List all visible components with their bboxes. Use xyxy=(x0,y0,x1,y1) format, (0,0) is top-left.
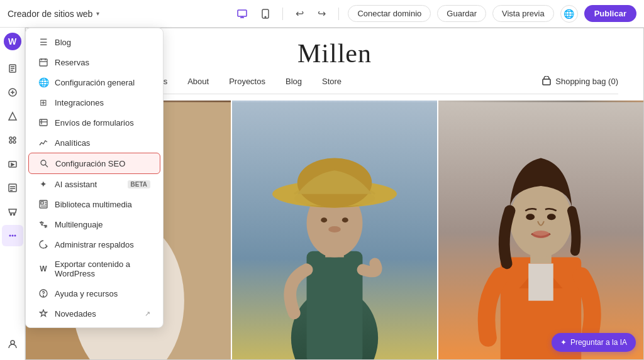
mobile-view-button[interactable] xyxy=(257,6,274,21)
menu-label-reservas: Reservas xyxy=(55,58,150,67)
menu-item-biblioteca[interactable]: Biblioteca multimedia xyxy=(28,194,160,214)
sidebar-icon-blog[interactable] xyxy=(2,177,23,199)
menu-item-multilenguaje[interactable]: Multilenguaje xyxy=(28,214,160,234)
svg-point-81 xyxy=(532,231,550,238)
svg-line-34 xyxy=(45,165,48,167)
config-icon: 🌐 xyxy=(38,77,48,87)
analiticas-icon xyxy=(38,138,48,148)
svg-point-41 xyxy=(43,296,44,297)
svg-point-23 xyxy=(11,235,13,237)
menu-label-multilenguaje: Multilenguaje xyxy=(55,220,150,229)
menu-label-analiticas: Analíticas xyxy=(55,138,150,148)
shopping-bag[interactable]: Shopping bag (0) xyxy=(541,76,618,86)
woman-figure-3 xyxy=(438,101,643,360)
novedades-icon xyxy=(38,308,48,319)
svg-rect-76 xyxy=(528,263,553,300)
sidebar-icon-store[interactable] xyxy=(2,201,23,222)
publish-button[interactable]: Publicar xyxy=(584,5,636,22)
sidebar-icon-apps[interactable] xyxy=(2,129,23,151)
svg-point-13 xyxy=(9,141,12,143)
beta-badge: BETA xyxy=(128,180,150,188)
svg-point-21 xyxy=(13,214,14,215)
menu-item-blog[interactable]: ☰ Blog xyxy=(28,32,160,52)
integraciones-icon: ⊞ xyxy=(38,97,48,107)
menu-item-ai[interactable]: ✦ AI assistant BETA xyxy=(28,174,160,194)
ai-sparkle-icon: ✦ xyxy=(560,338,567,347)
nav-proyectos[interactable]: Proyectos xyxy=(229,77,265,86)
menu-item-analiticas[interactable]: Analíticas xyxy=(28,133,160,153)
chevron-down-icon[interactable]: ▾ xyxy=(96,10,99,17)
menu-label-seo: Configuración SEO xyxy=(55,159,150,168)
menu-label-ai: AI assistant xyxy=(55,180,121,189)
ai-button-label: Preguntar a la IA xyxy=(570,338,627,347)
reservas-icon xyxy=(38,57,48,67)
envios-icon xyxy=(38,117,48,128)
menu-label-biblioteca: Biblioteca multimedia xyxy=(55,200,150,209)
menu-item-integraciones[interactable]: ⊞ Integraciones xyxy=(28,92,160,112)
respaldos-icon xyxy=(38,239,48,249)
menu-item-seo[interactable]: Configuración SEO xyxy=(28,153,160,174)
sidebar-icon-design[interactable] xyxy=(2,106,23,127)
menu-item-respaldos[interactable]: Administrar respaldos xyxy=(28,234,160,254)
sidebar-icon-pages[interactable] xyxy=(2,58,23,79)
svg-point-12 xyxy=(13,137,16,139)
wordpress-icon: W xyxy=(38,264,48,274)
menu-label-novedades: Novedades xyxy=(55,309,138,319)
svg-point-11 xyxy=(9,137,12,139)
menu-item-envios[interactable]: Envíos de formularios xyxy=(28,112,160,133)
nav-store[interactable]: Store xyxy=(322,77,341,86)
redo-button[interactable]: ↪ xyxy=(314,5,330,22)
svg-point-25 xyxy=(11,341,14,344)
svg-point-24 xyxy=(14,235,16,237)
svg-rect-0 xyxy=(238,10,247,16)
connect-domain-button[interactable]: Conectar dominio xyxy=(348,5,431,22)
ai-assistant-button[interactable]: ✦ Preguntar a la IA xyxy=(552,333,636,352)
blog-icon: ☰ xyxy=(38,37,48,47)
menu-item-reservas[interactable]: Reservas xyxy=(28,52,160,72)
woman-figure-2 xyxy=(232,101,437,360)
bag-icon xyxy=(541,76,552,86)
menu-label-ayuda: Ayuda y recursos xyxy=(55,289,150,298)
sidebar-bottom xyxy=(2,334,23,355)
sidebar-logo: W xyxy=(4,33,21,50)
menu-label-respaldos: Administrar respaldos xyxy=(55,240,150,249)
menu-item-config-general[interactable]: 🌐 Configuración general xyxy=(28,72,160,92)
ai-icon: ✦ xyxy=(38,179,48,189)
photo-cell-2 xyxy=(232,101,437,360)
top-bar: Creador de sitios web ▾ ↩ ↪ Conectar dom… xyxy=(0,0,644,28)
menu-item-ayuda[interactable]: Ayuda y recursos xyxy=(28,283,160,303)
svg-point-20 xyxy=(10,214,11,215)
language-button[interactable]: 🌐 xyxy=(560,5,578,23)
multilenguaje-icon xyxy=(38,219,48,229)
nav-blog[interactable]: Blog xyxy=(286,77,302,86)
save-button[interactable]: Guardar xyxy=(437,5,486,22)
desktop-view-button[interactable] xyxy=(233,6,251,21)
undo-button[interactable]: ↩ xyxy=(292,5,308,22)
top-bar-right: ↩ ↪ Conectar dominio Guardar Vista previ… xyxy=(233,5,636,23)
svg-rect-26 xyxy=(40,59,47,66)
menu-label-integraciones: Integraciones xyxy=(55,98,150,107)
svg-point-14 xyxy=(13,141,16,143)
menu-item-wordpress[interactable]: W Exportar contenido a WordPress xyxy=(28,254,160,283)
external-link-icon: ↗ xyxy=(145,310,150,318)
sidebar-icon-add[interactable] xyxy=(2,82,23,103)
menu-label-wordpress: Exportar contenido a WordPress xyxy=(55,259,150,278)
svg-point-22 xyxy=(9,235,11,237)
sidebar-icon-more[interactable] xyxy=(2,225,23,246)
top-bar-left: Creador de sitios web ▾ xyxy=(8,9,99,19)
sidebar-icon-user[interactable] xyxy=(2,334,23,355)
nav-about[interactable]: About xyxy=(187,77,209,86)
preview-button[interactable]: Vista previa xyxy=(492,5,554,22)
divider-2 xyxy=(338,8,339,20)
svg-rect-36 xyxy=(41,202,43,204)
menu-item-novedades[interactable]: Novedades ↗ xyxy=(28,303,160,324)
svg-marker-10 xyxy=(9,112,16,120)
seo-icon xyxy=(39,158,49,168)
svg-point-80 xyxy=(547,214,556,220)
sidebar: W xyxy=(0,28,25,360)
svg-point-78 xyxy=(510,183,572,258)
shopping-bag-label: Shopping bag (0) xyxy=(555,77,618,86)
divider xyxy=(282,8,283,20)
sidebar-icon-media[interactable] xyxy=(2,153,23,175)
svg-point-68 xyxy=(342,217,348,222)
